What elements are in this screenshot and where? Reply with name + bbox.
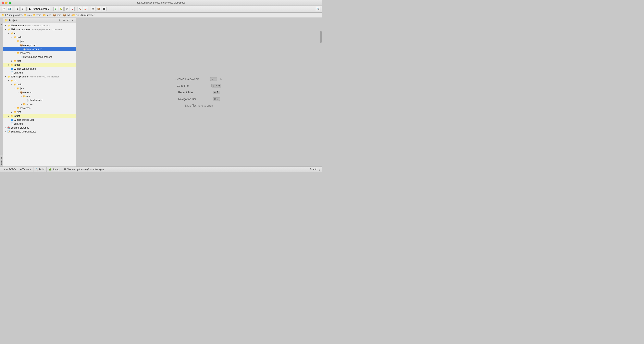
event-log-button[interactable]: Event Log [310, 168, 320, 171]
run-config-selector[interactable]: ▶ RunConsumer ▾ [28, 7, 50, 11]
stop-button[interactable]: ■ [70, 7, 74, 11]
breadcrumb-item-3[interactable]: 📂 main [32, 14, 41, 16]
breadcrumb-item-1[interactable]: 📁 02-first-provider [2, 14, 22, 16]
shortcut-search-everywhere: Search Everywhere ⇧ ⇧ ▶ [176, 77, 222, 81]
tree-item-provider-iml[interactable]: 🔷 02-first-provider.iml [3, 118, 76, 122]
arrow-consumer-iml [7, 67, 10, 70]
tree-item-service[interactable]: ▶ 📂 service [3, 102, 76, 106]
status-tab-todo[interactable]: ✓ 6: TODO [2, 167, 18, 172]
right-gutter [319, 23, 322, 161]
tree-item-spring-consumer-xml[interactable]: 📄 spring-dubbo-consumer.xml [3, 55, 76, 59]
arrow-consumer-pom [7, 71, 10, 74]
shortcut-nav-key: ⌘ ↑ [213, 97, 220, 101]
panel-settings-btn[interactable]: ⚙ [58, 19, 61, 22]
tree-item-01-common[interactable]: ▶ 📁 01-common ~/idea-project/01-common [3, 23, 76, 27]
arrow-com-cyb: ▼ [16, 91, 20, 94]
arrow-consumer-java: ▼ [14, 40, 16, 43]
status-tab-terminal[interactable]: ▶ Terminal [18, 167, 34, 172]
maximize-button[interactable] [9, 1, 11, 4]
tab-2[interactable]: 2 [0, 22, 3, 27]
breadcrumb-item-5[interactable]: 📦 com [53, 14, 61, 16]
tree-item-consumer-target[interactable]: ▶ 📁 target [3, 63, 76, 67]
back-button[interactable]: ◀ [15, 7, 20, 11]
tab-1[interactable]: 1 [0, 18, 3, 22]
scratches-label: Scratches and Consoles [11, 130, 36, 133]
breadcrumb-item-7[interactable]: 📂 run [72, 14, 79, 16]
panel-actions: ⚙ ⊕ ⚙ ✕ [58, 19, 74, 22]
shortcut-recent-label: Recent Files [178, 91, 210, 94]
run-button[interactable]: ▶ [53, 7, 58, 11]
terminal-button[interactable]: ⬛ [102, 7, 106, 11]
sync-button[interactable]: 🔄 [7, 7, 12, 11]
stop-icon: ■ [72, 8, 73, 10]
forward-button[interactable]: ▶ [20, 7, 25, 11]
shortcut-search-key: ⇧ ⇧ [210, 77, 217, 81]
tree-item-02-provider[interactable]: ▼ 📁 02-first-provider ~/idea-project/02-… [3, 75, 76, 79]
panel-scroll-btn[interactable]: ⊕ [62, 19, 66, 22]
sync-icon: 🔄 [8, 8, 11, 10]
tree-item-provider-src[interactable]: ▼ 📂 src [3, 79, 76, 83]
build-button[interactable]: 🔨 [78, 7, 82, 11]
status-bar: ✓ 6: TODO ▶ Terminal 🔨 Build 🌿 Spring Al… [0, 167, 322, 172]
tree-item-runconsumer[interactable]: ☕ RunConsumer [3, 47, 76, 51]
icon-02-consumer: 📁 [7, 28, 10, 31]
arrow-01-common: ▶ [4, 24, 7, 27]
save-button[interactable]: 💾 [2, 7, 6, 11]
shortcut-go-to-file: Go to File ⇧ ⌘ O [177, 84, 221, 87]
shortcut-navigation-bar: Navigation Bar ⌘ ↑ [178, 97, 220, 101]
sdk-button[interactable]: 📦 [96, 7, 101, 11]
left-panel-tabs: 1 2 Favorites [0, 18, 3, 167]
tree-item-provider-pom[interactable]: 📄 pom.xml [3, 122, 76, 126]
tree-item-consumer-main[interactable]: ▼ 📂 main [3, 35, 76, 39]
main-content: Search Everywhere ⇧ ⇧ ▶ Go to File ⇧ ⌘ O… [76, 18, 322, 167]
panel-gear-btn[interactable]: ⚙ [66, 19, 70, 22]
icon-consumer-target: 📁 [10, 63, 14, 66]
minimize-button[interactable] [5, 1, 8, 4]
tree-item-com-cyb-run[interactable]: ▼ 📦 com.cyb.run [3, 43, 76, 47]
tree-item-runprovider[interactable]: ☕ RunProvider [3, 98, 76, 102]
tree-item-provider-test[interactable]: ▶ 📂 test [3, 110, 76, 114]
profile-button[interactable]: 📊 [83, 7, 88, 11]
arrow-provider-main: ▼ [10, 83, 14, 86]
drop-files-text: Drop files here to open [185, 104, 213, 107]
arrow-provider-resources: ▼ [14, 107, 16, 110]
tree-item-consumer-test[interactable]: ▶ 📂 test [3, 59, 76, 63]
forward-icon: ▶ [22, 8, 24, 10]
tree-item-consumer-src[interactable]: ▼ 📂 src [3, 31, 76, 35]
tree-item-consumer-iml[interactable]: 🔷 02-first-consumer.iml [3, 67, 76, 71]
coverage-button[interactable]: 🛡 [64, 7, 69, 11]
breadcrumb-item-2[interactable]: 📂 src [24, 14, 30, 16]
tree-item-scratches[interactable]: ▶ 📝 Scratches and Consoles [3, 130, 76, 134]
favorites-tab[interactable]: Favorites [0, 155, 3, 167]
tree-item-02-consumer[interactable]: ▼ 📁 02-first-consumer ~/idea-project/02-… [3, 27, 76, 31]
toolbar: 💾 🔄 ◀ ▶ ▶ RunConsumer ▾ ▶ 🐛 🛡 ■ 🔨 📊 ⚙ 📦 [0, 5, 322, 12]
close-button[interactable] [2, 1, 4, 4]
scrollbar-thumb[interactable] [320, 31, 322, 43]
icon-provider-src: 📂 [10, 79, 14, 82]
panel-close-btn[interactable]: ✕ [71, 19, 74, 22]
icon-02-provider: 📁 [7, 75, 10, 78]
breadcrumb-item-6[interactable]: 📦 cyb [63, 14, 70, 16]
icon-01-common: 📁 [7, 24, 10, 27]
status-tab-build[interactable]: 🔨 Build [34, 167, 47, 172]
tree-item-com-cyb[interactable]: ▼ 📦 com.cyb [3, 90, 76, 94]
arrow-provider-target: ▶ [7, 114, 10, 118]
shortcut-recent-files: Recent Files ⌘ E [178, 91, 220, 94]
tree-item-run-folder[interactable]: ▼ 📂 run [3, 94, 76, 98]
tree-item-consumer-pom[interactable]: 📄 pom.xml [3, 71, 76, 75]
window-controls [2, 1, 11, 4]
breadcrumb-item-4[interactable]: 📂 java [43, 14, 51, 16]
search-everywhere-button[interactable]: 🔍 [316, 7, 320, 11]
shortcut-goto-key: ⇧ ⌘ O [212, 84, 221, 87]
tree-item-provider-java[interactable]: ▼ 📂 java [3, 86, 76, 90]
tree-item-provider-target[interactable]: ▶ 📁 target [3, 114, 76, 118]
tree-item-provider-resources[interactable]: ▼ 📂 resources [3, 106, 76, 110]
tree-item-consumer-java[interactable]: ▼ 📂 java [3, 39, 76, 43]
tree-item-consumer-resources[interactable]: ▼ 📂 resources [3, 51, 76, 55]
status-tab-spring[interactable]: 🌿 Spring [47, 167, 62, 172]
tree-item-external-libs[interactable]: ▶ 📚 External Libraries [3, 126, 76, 130]
debug-button[interactable]: 🐛 [59, 7, 64, 11]
build-label: Build [39, 168, 44, 171]
settings-button[interactable]: ⚙ [91, 7, 96, 11]
tree-item-provider-main[interactable]: ▼ 📂 main [3, 83, 76, 86]
